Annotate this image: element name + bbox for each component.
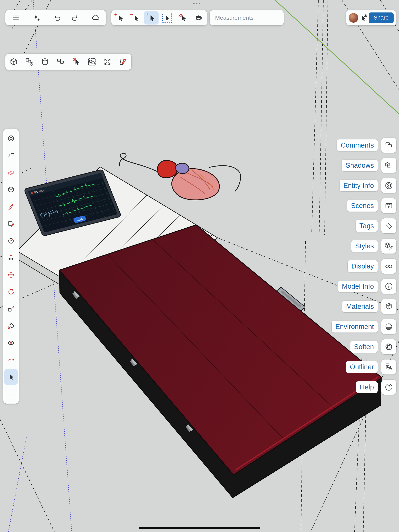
hexagon-icon [7, 134, 15, 142]
draw-shape-icon [7, 220, 15, 228]
styles-icon [384, 241, 393, 251]
entity-info-button[interactable] [381, 178, 396, 193]
shapes-tool-button[interactable] [4, 182, 18, 197]
home-indicator[interactable] [139, 527, 260, 529]
cloud-sync-button[interactable] [88, 11, 103, 25]
panel-row-display: Display [332, 256, 396, 276]
viewer-cursor-icon[interactable] [359, 13, 368, 22]
main-toolbar [5, 10, 106, 25]
selection-window [162, 13, 172, 23]
comments-button[interactable] [381, 138, 396, 153]
scenes-label[interactable]: Scenes [347, 200, 378, 212]
selection-toolbar: + − ± [111, 10, 207, 25]
components-button[interactable] [22, 55, 37, 68]
window-drag-handle[interactable] [193, 3, 200, 4]
more-tools-button[interactable] [4, 386, 18, 402]
panel-row-help: Help [332, 377, 396, 397]
draw-shape-tool-button[interactable] [4, 216, 18, 232]
ai-assist-button[interactable] [29, 11, 44, 25]
environment-label[interactable]: Environment [332, 321, 378, 332]
entity-info-label[interactable]: Entity Info [340, 180, 378, 191]
measurements-input[interactable] [210, 10, 284, 25]
blocks-button[interactable] [53, 55, 68, 68]
right-panel: Comments Shadows Entity Info [332, 135, 396, 397]
shadows-icon [384, 161, 393, 170]
deselect-icon [178, 13, 187, 22]
shadows-label[interactable]: Shadows [342, 160, 378, 171]
scale-tool-button[interactable] [4, 301, 18, 317]
education-button[interactable] [191, 11, 206, 25]
pencil-icon [7, 203, 15, 210]
zoom-extents-icon [103, 57, 112, 66]
select-toggle-button[interactable]: ± [144, 11, 158, 25]
share-button[interactable]: Share [369, 13, 394, 23]
redo-button[interactable] [68, 11, 82, 25]
cursor-off-button[interactable] [69, 55, 83, 68]
panel-row-materials: Materials [332, 296, 396, 317]
select-subtract-button[interactable]: − [128, 11, 143, 25]
eraser-tool-button[interactable] [4, 165, 18, 180]
cylinder-button[interactable] [38, 55, 52, 68]
zoom-extents-button[interactable] [100, 55, 115, 68]
move-tool-button[interactable] [4, 267, 18, 283]
tags-button[interactable] [381, 218, 396, 233]
model-info-label[interactable]: Model Info [338, 280, 378, 292]
redo-icon [70, 13, 79, 22]
model-info-button[interactable] [381, 279, 396, 294]
select-add-button[interactable]: + [113, 11, 127, 25]
orbit-tool-button[interactable] [4, 147, 18, 163]
tape-measure-button[interactable] [116, 55, 130, 68]
help-button[interactable] [381, 380, 396, 395]
avatar[interactable] [349, 13, 358, 23]
select-icon [7, 373, 15, 381]
display-label[interactable]: Display [348, 260, 378, 272]
paint-bucket-tool-button[interactable] [4, 318, 18, 334]
undo-button[interactable] [50, 11, 65, 25]
materials-label[interactable]: Materials [342, 301, 378, 312]
plus-badge: + [114, 12, 117, 17]
soften-label[interactable]: Soften [350, 341, 378, 353]
help-icon [384, 383, 393, 392]
help-label[interactable]: Help [356, 381, 378, 393]
pencil-tool-button[interactable] [4, 199, 18, 215]
select-window-button[interactable] [160, 11, 174, 25]
scenes-button[interactable] [381, 198, 396, 213]
panel-row-shadows: Shadows [332, 155, 396, 175]
select-instances-button[interactable] [85, 55, 99, 68]
display-button[interactable] [381, 259, 396, 274]
hexagon-tool-button[interactable] [4, 131, 18, 146]
environment-button[interactable] [381, 319, 396, 334]
shadows-button[interactable] [381, 158, 396, 173]
panel-row-soften: Soften [332, 337, 396, 357]
styles-button[interactable] [381, 239, 396, 253]
solid-tool-button[interactable] [6, 55, 21, 68]
arc-tool-button[interactable] [4, 233, 18, 248]
blocks-icon [56, 57, 65, 66]
pan-icon [7, 356, 15, 364]
deselect-button[interactable] [176, 11, 190, 25]
look-around-tool-button[interactable] [4, 335, 18, 351]
menu-button[interactable] [8, 11, 23, 25]
pan-tool-button[interactable] [4, 352, 18, 368]
cloud-icon [91, 13, 100, 22]
outliner-icon [384, 362, 393, 372]
cursor-off-icon [72, 57, 81, 66]
push-pull-tool-button[interactable] [4, 250, 18, 266]
cylinder-icon [40, 57, 49, 66]
entity-info-icon [384, 181, 393, 190]
panel-row-comments: Comments [332, 135, 396, 155]
panel-row-entity-info: Entity Info [332, 175, 396, 196]
styles-label[interactable]: Styles [351, 240, 378, 252]
tape-measure-icon [119, 57, 127, 66]
scale-icon [7, 305, 15, 313]
plus-minus-badge: ± [146, 12, 149, 17]
soften-button[interactable] [381, 339, 396, 354]
rotate-tool-button[interactable] [4, 284, 18, 300]
select-tool-button[interactable] [4, 369, 18, 385]
outliner-button[interactable] [381, 360, 396, 374]
materials-button[interactable] [381, 299, 396, 314]
comments-label[interactable]: Comments [337, 139, 378, 151]
outliner-label[interactable]: Outliner [346, 361, 378, 373]
tags-label[interactable]: Tags [355, 220, 378, 232]
shapes-icon [7, 186, 15, 193]
